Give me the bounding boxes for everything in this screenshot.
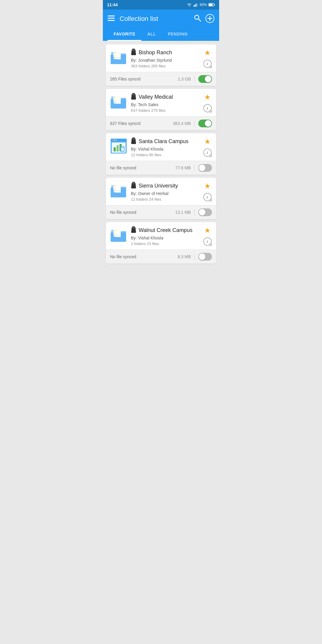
svg-rect-5 bbox=[214, 4, 215, 5]
collection-meta: 12 folders 95 files bbox=[131, 153, 199, 157]
card-main: Valley Medical By: Tech Sales 637 folder… bbox=[106, 89, 216, 116]
card-main: Santa Clara Campus By: Vishal Khosla 12 … bbox=[106, 133, 216, 161]
status-time: 11:44 bbox=[107, 2, 118, 7]
svg-rect-8 bbox=[108, 18, 115, 19]
sync-toggle[interactable] bbox=[198, 75, 212, 83]
svg-point-50 bbox=[112, 140, 113, 141]
collection-title: Sierra University bbox=[139, 183, 178, 189]
file-size: 1.3 GB bbox=[178, 77, 191, 81]
collection-author: By: Vishal Khosla bbox=[131, 236, 199, 240]
file-size: 8.3 MB bbox=[178, 254, 191, 259]
svg-text:i: i bbox=[207, 239, 208, 244]
svg-rect-36 bbox=[116, 97, 121, 104]
collection-card[interactable]: Bishop Ranch By: Jonathan Styrlund 363 f… bbox=[106, 44, 216, 86]
collection-author: By: Jonathan Styrlund bbox=[131, 58, 199, 63]
person-icon bbox=[131, 93, 136, 101]
collection-author: By: Owner of Herbal bbox=[131, 191, 199, 196]
card-actions: ★ i bbox=[203, 226, 212, 246]
person-icon bbox=[131, 226, 136, 234]
card-title-row: Walnut Creek Campus bbox=[131, 226, 199, 234]
svg-rect-81 bbox=[131, 186, 136, 188]
card-main: Bishop Ranch By: Jonathan Styrlund 363 f… bbox=[106, 44, 216, 72]
collection-thumbnail bbox=[110, 226, 127, 244]
sync-status: No file synced bbox=[110, 254, 178, 259]
footer-divider bbox=[194, 209, 195, 216]
wifi-icon bbox=[187, 3, 192, 7]
collection-card[interactable]: Valley Medical By: Tech Sales 637 folder… bbox=[106, 89, 216, 130]
collection-title: Bishop Ranch bbox=[139, 49, 172, 56]
collection-meta: 2 folders 23 files bbox=[131, 242, 199, 246]
file-size: 383.4 MB bbox=[173, 121, 191, 126]
svg-rect-26 bbox=[131, 53, 136, 55]
info-gear-button[interactable]: i bbox=[203, 237, 212, 246]
status-icons: 80% bbox=[187, 3, 215, 7]
info-gear-button[interactable]: i bbox=[203, 193, 212, 202]
collection-thumbnail bbox=[110, 137, 127, 155]
svg-point-102 bbox=[210, 244, 211, 245]
star-button[interactable]: ★ bbox=[204, 182, 211, 190]
sync-toggle[interactable] bbox=[198, 120, 212, 127]
collection-card[interactable]: Sierra University By: Owner of Herbal 11… bbox=[106, 178, 216, 219]
svg-rect-7 bbox=[108, 16, 115, 16]
svg-rect-58 bbox=[121, 148, 124, 151]
info-gear-button[interactable]: i bbox=[203, 104, 212, 113]
star-button[interactable]: ★ bbox=[204, 137, 211, 146]
tab-all[interactable]: ALL bbox=[141, 28, 162, 41]
menu-button[interactable] bbox=[108, 15, 115, 23]
page-title: Collection list bbox=[120, 15, 193, 23]
star-button[interactable]: ★ bbox=[204, 226, 211, 235]
file-size: 77.6 MB bbox=[175, 165, 191, 170]
footer-divider bbox=[194, 76, 195, 82]
sync-toggle[interactable] bbox=[198, 208, 212, 216]
card-actions: ★ i bbox=[203, 182, 212, 202]
add-collection-button[interactable] bbox=[205, 14, 214, 23]
svg-rect-6 bbox=[209, 4, 213, 6]
svg-text:i: i bbox=[207, 106, 208, 111]
svg-text:i: i bbox=[207, 195, 208, 199]
battery-text: 80% bbox=[200, 3, 207, 7]
collection-meta: 363 folders 265 files bbox=[131, 64, 199, 68]
info-gear-button[interactable]: i bbox=[203, 148, 212, 157]
sync-toggle[interactable] bbox=[198, 164, 212, 172]
svg-rect-55 bbox=[117, 145, 119, 151]
collection-title: Santa Clara Campus bbox=[139, 138, 188, 145]
svg-rect-19 bbox=[116, 53, 121, 59]
sync-status: No file synced bbox=[110, 210, 175, 215]
info-gear-button[interactable]: i bbox=[203, 59, 212, 68]
svg-rect-9 bbox=[108, 20, 115, 21]
collection-list: Bishop Ranch By: Jonathan Styrlund 363 f… bbox=[103, 41, 219, 267]
card-actions: ★ i bbox=[203, 49, 212, 68]
card-footer: 637 Files syncrd 383.4 MB bbox=[106, 116, 216, 130]
card-footer: 265 Files syncrd 1.3 GB bbox=[106, 72, 216, 86]
svg-point-85 bbox=[210, 200, 211, 201]
svg-text:i: i bbox=[207, 151, 208, 155]
svg-point-80 bbox=[132, 182, 135, 185]
card-title-row: Bishop Ranch bbox=[131, 49, 199, 57]
collection-card[interactable]: Walnut Creek Campus By: Vishal Khosla 2 … bbox=[106, 222, 216, 264]
svg-rect-0 bbox=[193, 5, 194, 7]
tab-favorite[interactable]: FAVORITE bbox=[108, 28, 141, 41]
card-title-row: Santa Clara Campus bbox=[131, 137, 199, 145]
star-button[interactable]: ★ bbox=[204, 93, 211, 101]
card-info: Walnut Creek Campus By: Vishal Khosla 2 … bbox=[131, 226, 199, 246]
card-main: Sierra University By: Owner of Herbal 11… bbox=[106, 178, 216, 205]
tab-pending[interactable]: PENDING bbox=[162, 28, 194, 41]
card-actions: ★ i bbox=[203, 93, 212, 113]
collection-thumbnail bbox=[110, 49, 127, 66]
svg-rect-64 bbox=[131, 142, 136, 144]
search-button[interactable] bbox=[193, 14, 201, 24]
card-title-row: Sierra University bbox=[131, 182, 199, 190]
star-button[interactable]: ★ bbox=[204, 49, 211, 57]
card-footer: No file synced 77.6 MB bbox=[106, 161, 216, 175]
collection-thumbnail bbox=[110, 182, 127, 199]
collection-card[interactable]: Santa Clara Campus By: Vishal Khosla 12 … bbox=[106, 133, 216, 175]
signal-icon bbox=[193, 3, 198, 7]
svg-rect-1 bbox=[195, 4, 195, 7]
person-icon bbox=[131, 182, 136, 190]
header-actions bbox=[193, 14, 214, 24]
svg-rect-3 bbox=[197, 3, 197, 7]
sync-toggle[interactable] bbox=[198, 253, 212, 261]
svg-rect-74 bbox=[116, 186, 121, 193]
svg-point-47 bbox=[210, 111, 211, 112]
svg-point-42 bbox=[132, 93, 135, 96]
